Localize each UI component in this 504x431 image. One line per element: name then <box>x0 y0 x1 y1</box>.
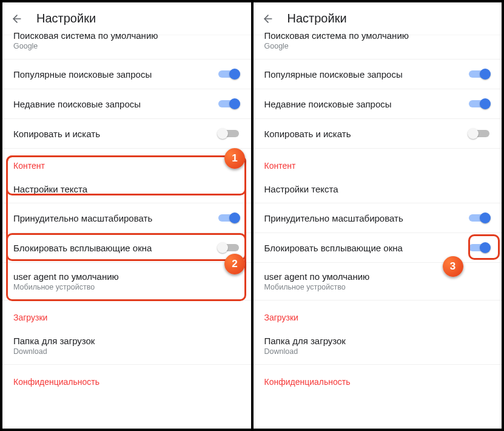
toggle-switch[interactable] <box>217 98 240 110</box>
setting-value: Мобильное устройство <box>264 283 491 291</box>
setting-force-zoom[interactable]: Принудительно масштабировать <box>254 203 502 233</box>
toggle-switch[interactable] <box>217 242 240 254</box>
setting-popular-search-queries[interactable]: Популярные поисковые запросы <box>254 59 502 89</box>
back-arrow-icon[interactable] <box>262 13 274 25</box>
toggle-switch[interactable] <box>468 212 491 224</box>
setting-block-popups[interactable]: Блокировать всплывающие окна <box>2 233 251 263</box>
section-header-content: Контент <box>254 149 502 175</box>
toggle-switch[interactable] <box>217 127 240 140</box>
setting-recent-search-queries[interactable]: Недавние поисковые запросы <box>254 89 502 119</box>
phone-screenshot-right: Настройки Поисковая система по умолчанию… <box>254 2 502 429</box>
setting-label: Настройки текста <box>264 184 491 194</box>
toggle-switch[interactable] <box>468 242 491 254</box>
toggle-switch[interactable] <box>468 98 491 110</box>
setting-label: Недавние поисковые запросы <box>13 99 217 109</box>
setting-value: Google <box>13 42 240 50</box>
setting-label: Блокировать всплывающие окна <box>13 243 217 253</box>
setting-download-folder[interactable]: Папка для загрузок Download <box>2 327 251 365</box>
setting-label: Копировать и искать <box>13 129 217 139</box>
setting-label: Блокировать всплывающие окна <box>264 243 468 253</box>
setting-download-folder[interactable]: Папка для загрузок Download <box>254 327 502 365</box>
setting-label: Популярные поисковые запросы <box>13 69 217 80</box>
setting-value: Google <box>264 42 491 50</box>
setting-popular-search-queries[interactable]: Популярные поисковые запросы <box>2 59 251 89</box>
page-title: Настройки <box>287 12 347 25</box>
setting-label: Папка для загрузок <box>13 336 240 346</box>
setting-copy-and-search[interactable]: Копировать и искать <box>254 119 502 149</box>
setting-text-settings[interactable]: Настройки текста <box>2 175 251 203</box>
setting-label: Копировать и искать <box>264 129 468 139</box>
setting-copy-and-search[interactable]: Копировать и искать <box>2 119 251 149</box>
setting-text-settings[interactable]: Настройки текста <box>254 175 502 203</box>
setting-force-zoom[interactable]: Принудительно масштабировать <box>2 203 251 233</box>
setting-label: Принудительно масштабировать <box>264 213 468 223</box>
setting-label: user agent по умолчанию <box>264 271 491 282</box>
setting-block-popups[interactable]: Блокировать всплывающие окна <box>254 233 502 263</box>
section-header-downloads: Загрузки <box>254 300 502 327</box>
setting-default-user-agent[interactable]: user agent по умолчанию Мобильное устрой… <box>254 263 502 300</box>
toggle-switch[interactable] <box>217 68 240 80</box>
setting-value: Download <box>264 347 491 356</box>
phone-screenshot-left: Настройки Поисковая система по умолчанию… <box>2 2 251 429</box>
setting-value: Мобильное устройство <box>13 283 240 291</box>
toggle-switch[interactable] <box>468 68 491 80</box>
setting-default-search-engine[interactable]: Поисковая система по умолчанию Google <box>254 35 502 59</box>
section-header-privacy: Конфиденциальность <box>2 365 251 392</box>
setting-label: Популярные поисковые запросы <box>264 69 468 80</box>
setting-label: Настройки текста <box>13 184 240 194</box>
setting-label: Принудительно масштабировать <box>13 213 217 223</box>
setting-default-user-agent[interactable]: user agent по умолчанию Мобильное устрой… <box>2 263 251 300</box>
section-header-privacy: Конфиденциальность <box>254 365 502 392</box>
setting-default-search-engine[interactable]: Поисковая система по умолчанию Google <box>2 35 251 59</box>
setting-label: Папка для загрузок <box>264 336 491 346</box>
setting-label: Поисковая система по умолчанию <box>264 30 491 41</box>
toggle-switch[interactable] <box>468 127 491 140</box>
back-arrow-icon[interactable] <box>11 13 23 25</box>
page-title: Настройки <box>36 12 96 25</box>
setting-recent-search-queries[interactable]: Недавние поисковые запросы <box>2 89 251 119</box>
section-header-content: Контент <box>2 149 251 175</box>
setting-label: Недавние поисковые запросы <box>264 99 468 109</box>
setting-value: Download <box>13 347 240 356</box>
setting-label: user agent по умолчанию <box>13 271 240 282</box>
section-header-downloads: Загрузки <box>2 300 251 327</box>
toggle-switch[interactable] <box>217 212 240 224</box>
setting-label: Поисковая система по умолчанию <box>13 30 240 41</box>
